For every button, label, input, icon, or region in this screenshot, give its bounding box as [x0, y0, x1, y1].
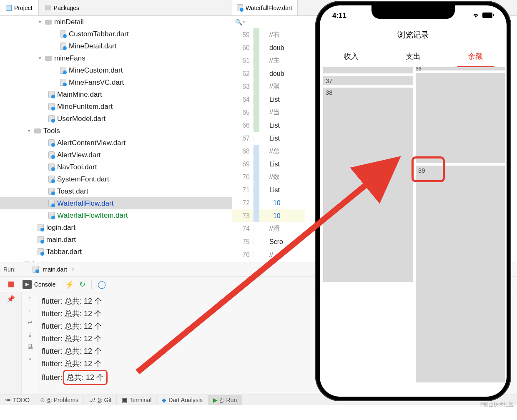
- editor-gutter-code[interactable]: 59//右60doub61//主62doub63//瀑64List65//当66…: [232, 28, 305, 262]
- tree-item[interactable]: MineFansVC.dart: [0, 76, 232, 88]
- run-label: Run:: [3, 266, 16, 273]
- todo-tab[interactable]: ≔TODO: [0, 395, 35, 405]
- code-line[interactable]: 61//主: [232, 54, 305, 67]
- tree-item[interactable]: AlertContentView.dart: [0, 137, 232, 149]
- terminal-tab[interactable]: ▣Terminal: [117, 395, 157, 405]
- seg-expense[interactable]: 支出: [382, 46, 444, 66]
- tree-item[interactable]: MainMine.dart: [0, 88, 232, 101]
- line-number: 60: [232, 44, 253, 52]
- wf-card[interactable]: [323, 67, 413, 73]
- tree-item[interactable]: Tabbar.dart: [0, 246, 232, 258]
- run-tab-main[interactable]: main.dart: [43, 266, 67, 273]
- code-line[interactable]: 67List: [232, 132, 305, 145]
- editor-tab-label: WaterfallFlow.dart: [246, 5, 292, 11]
- vcs-mark: [253, 119, 259, 132]
- seg-balance[interactable]: 余额: [444, 46, 507, 66]
- dart-file-icon: [48, 200, 55, 207]
- tree-item[interactable]: ▾Tools: [0, 125, 232, 137]
- soft-wrap-icon[interactable]: ↩: [28, 319, 33, 326]
- dart-file-icon: [48, 176, 55, 183]
- tree-item-label: AlertView.dart: [57, 151, 101, 159]
- code-line[interactable]: 71List: [232, 184, 305, 196]
- vcs-mark: [253, 93, 259, 106]
- packages-tab[interactable]: Packages: [39, 0, 85, 15]
- problems-tab[interactable]: ⊘6: Problems: [35, 395, 84, 405]
- code-line[interactable]: 75Scro: [232, 235, 305, 248]
- tree-item[interactable]: WaterfallFlowItem.dart: [0, 209, 232, 221]
- chevron-icon[interactable]: ▾: [38, 55, 43, 61]
- wf-card-37[interactable]: 37: [323, 76, 413, 85]
- code-line[interactable]: 65//当: [232, 106, 305, 119]
- project-tab[interactable]: Project: [0, 0, 39, 15]
- dart-file-icon: [237, 4, 243, 11]
- code-line[interactable]: 69List: [232, 158, 305, 171]
- tree-item[interactable]: MineDetail.dart: [0, 40, 232, 52]
- editor-tab-waterfall[interactable]: WaterfallFlow.dart: [232, 0, 298, 15]
- tree-item[interactable]: login.dart: [0, 221, 232, 234]
- run-tab[interactable]: ▶4: Run: [208, 395, 242, 405]
- dart-analysis-tab[interactable]: ◆Dart Analysis: [157, 395, 208, 405]
- editor-search[interactable]: 🔍 ▾: [232, 16, 303, 28]
- code-line[interactable]: 73 10: [232, 209, 305, 222]
- close-icon[interactable]: ×: [71, 266, 75, 273]
- tree-item[interactable]: MineFunItem.dart: [0, 101, 232, 113]
- arrow-down-icon[interactable]: ↓: [28, 307, 31, 314]
- waterfall-area[interactable]: 37 38 36 39: [320, 67, 507, 384]
- code-text: doub: [259, 44, 284, 52]
- tree-item[interactable]: ▾mineFans: [0, 52, 232, 64]
- git-tab[interactable]: ⎇9: Git: [84, 395, 117, 405]
- chevron-icon[interactable]: ▾: [27, 128, 32, 133]
- pin-icon[interactable]: 📌: [7, 295, 15, 303]
- code-line[interactable]: 64List: [232, 93, 305, 106]
- tree-item[interactable]: Toast.dart: [0, 185, 232, 197]
- line-number: 72: [232, 199, 253, 207]
- code-line[interactable]: 62doub: [232, 67, 305, 80]
- code-line[interactable]: 59//右: [232, 28, 305, 41]
- wf-card-39[interactable]: 39: [416, 166, 505, 382]
- code-line[interactable]: 74//滑: [232, 222, 305, 235]
- stop-button[interactable]: [8, 282, 14, 287]
- code-line[interactable]: 66List: [232, 119, 305, 132]
- code-line[interactable]: 72 10: [232, 196, 305, 209]
- wf-card-38[interactable]: 38: [323, 88, 413, 282]
- seg-income[interactable]: 收入: [320, 46, 382, 66]
- reload-icon[interactable]: ↻: [79, 280, 85, 289]
- folder-icon: [45, 5, 51, 10]
- wf-card[interactable]: [416, 73, 505, 163]
- code-line[interactable]: 68//总: [232, 145, 305, 158]
- arrow-up-icon[interactable]: ↑: [28, 295, 31, 302]
- console-label[interactable]: Console: [34, 281, 55, 288]
- tree-item[interactable]: SystemFont.dart: [0, 173, 232, 185]
- tree-item[interactable]: WaterfallFlow.dart: [0, 197, 232, 209]
- code-line[interactable]: 60doub: [232, 41, 305, 54]
- tree-item-label: mineFans: [54, 54, 85, 63]
- tree-item[interactable]: MineCustom.dart: [0, 64, 232, 76]
- scroll-end-icon[interactable]: ⤓: [28, 331, 33, 338]
- dart-file-icon: [48, 151, 55, 158]
- more-icon[interactable]: »: [28, 355, 32, 362]
- tree-item[interactable]: main.dart: [0, 234, 232, 246]
- code-line[interactable]: 63//瀑: [232, 80, 305, 93]
- print-icon[interactable]: 🖶: [27, 343, 33, 350]
- tree-item-label: MainMine.dart: [57, 91, 102, 99]
- wf-card-36[interactable]: 36: [416, 67, 505, 70]
- vcs-mark: [253, 222, 259, 235]
- devtools-icon[interactable]: ◯: [98, 280, 106, 289]
- code-text: //主: [259, 56, 280, 65]
- tree-item[interactable]: AlertView.dart: [0, 149, 232, 161]
- lightning-icon[interactable]: ⚡: [65, 280, 74, 289]
- code-text: List: [259, 135, 280, 142]
- chevron-icon[interactable]: ▾: [38, 19, 43, 25]
- tree-item[interactable]: CustomTabbar.dart: [0, 28, 232, 40]
- code-line[interactable]: 70//数: [232, 171, 305, 184]
- code-line[interactable]: 76//: [232, 248, 305, 261]
- tree-item-label: AlertContentView.dart: [57, 139, 125, 147]
- tree-item-label: SystemFont.dart: [57, 175, 109, 184]
- tree-item[interactable]: UserModel.dart: [0, 113, 232, 125]
- rerun-button[interactable]: ▶: [23, 280, 32, 289]
- code-text: //总: [259, 147, 280, 156]
- project-tree[interactable]: ▾minDetailCustomTabbar.dartMineDetail.da…: [0, 16, 232, 263]
- tree-item[interactable]: NavTool.dart: [0, 161, 232, 173]
- tree-item[interactable]: ▾minDetail: [0, 16, 232, 28]
- dart-file-icon: [60, 79, 66, 86]
